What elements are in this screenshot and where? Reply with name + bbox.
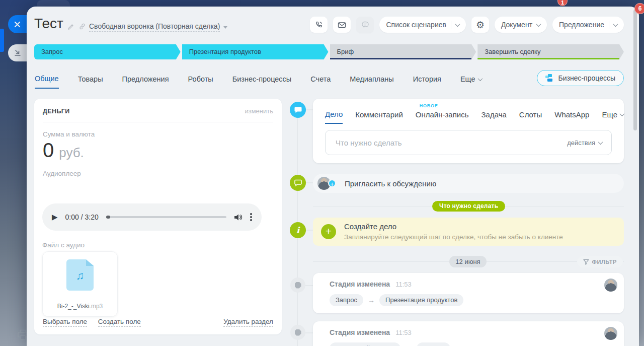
volume-icon[interactable] xyxy=(234,214,243,221)
stage-from-badge: Запрос xyxy=(330,294,363,306)
file-name: Bi-2_-_Viski xyxy=(57,303,90,310)
funnel-selector-label: Свободная воронка (Повторная сделка) xyxy=(89,22,220,32)
tab-eshche[interactable]: Еще xyxy=(460,75,482,89)
deal-tabs: Общие Товары Предложения Роботы Бизнес-п… xyxy=(35,75,482,89)
collapse-icon xyxy=(14,49,22,57)
separator xyxy=(609,21,609,29)
tab-tovary[interactable]: Товары xyxy=(78,75,103,89)
audio-file-tile[interactable]: ♫ Bi-2_-_Viski.mp3 xyxy=(42,251,118,317)
timeline-entry: Стадия изменена 11:53 Первичный контакт … xyxy=(313,321,624,346)
email-button[interactable] xyxy=(333,17,351,33)
select-field-link[interactable]: Выбрать поле xyxy=(43,318,87,327)
timeline-tab-sloty[interactable]: Слоты xyxy=(519,110,542,124)
currency-label: руб. xyxy=(59,145,84,161)
notification-badge: 6 xyxy=(634,3,644,14)
entry-title: Стадия изменена xyxy=(330,280,390,288)
stage-zapros[interactable]: Запрос xyxy=(34,44,181,59)
scenario-list-dropdown[interactable]: Список сценариев xyxy=(379,17,465,33)
timeline-connector xyxy=(305,109,313,110)
mail-icon xyxy=(338,21,346,29)
close-slider-button[interactable] xyxy=(8,15,27,33)
copy-link-button[interactable] xyxy=(78,23,86,30)
stage-to-badge: Презентация продуктов xyxy=(379,294,463,306)
tab-biznes-processy[interactable]: Бизнес-процессы xyxy=(232,75,292,89)
scrollbar[interactable] xyxy=(633,10,637,130)
stage-prezentaciya[interactable]: Презентация продуктов xyxy=(182,44,329,59)
invite-to-discussion-bar[interactable]: + Пригласить к обсуждению xyxy=(313,174,624,193)
add-activity-button[interactable]: + xyxy=(321,224,336,239)
stage-from-badge: Первичный контакт xyxy=(330,342,400,346)
timeline-tab-whatsapp[interactable]: WhatsApp xyxy=(554,110,589,124)
timeline-tab-onlayn-zapis-label: Онлайн-запись xyxy=(416,110,469,119)
funnel-selector[interactable]: Свободная воронка (Повторная сделка) xyxy=(89,22,227,32)
timeline-tab-onlayn-zapis[interactable]: НОВОЕ Онлайн-запись xyxy=(416,110,469,124)
info-marker: i xyxy=(290,222,306,238)
tab-predlozheniya[interactable]: Предложения xyxy=(122,75,169,89)
settings-button[interactable]: ⚙ xyxy=(471,17,489,33)
chat-bubble-icon xyxy=(294,106,302,113)
filter-label: ФИЛЬТР xyxy=(592,259,617,265)
stage-brif[interactable]: Бриф xyxy=(330,44,476,59)
new-badge: НОВОЕ xyxy=(420,103,438,108)
collapse-slider-button[interactable] xyxy=(8,44,27,61)
header-actions: Список сценариев ⚙ Документ Предложение xyxy=(310,17,624,33)
edit-section-link[interactable]: изменить xyxy=(245,107,273,115)
call-button[interactable] xyxy=(310,17,328,33)
actions-label: действия xyxy=(567,139,595,147)
folded-corner xyxy=(86,259,94,266)
hint-text: Запланируйте следующий шаг по сделке, чт… xyxy=(344,233,563,241)
business-process-button[interactable]: Бизнес-процессы xyxy=(537,70,624,86)
filter-button[interactable]: ФИЛЬТР xyxy=(577,256,623,267)
actions-dropdown[interactable]: действия xyxy=(567,130,602,155)
audio-player-label: Аудиоплеер xyxy=(43,170,273,177)
business-process-label: Бизнес-процессы xyxy=(558,74,615,82)
audio-seek-slider[interactable] xyxy=(106,216,226,218)
business-process-icon xyxy=(545,74,554,82)
file-extension: .mp3 xyxy=(90,303,103,310)
gear-icon: ⚙ xyxy=(476,20,485,30)
funnel-filter-icon xyxy=(583,259,589,265)
music-note-icon: ♫ xyxy=(66,269,94,283)
timeline-entry: Стадия изменена 11:53 Запрос → Презентац… xyxy=(313,273,624,313)
document-dropdown[interactable]: Документ xyxy=(495,17,547,33)
offer-dropdown[interactable]: Предложение xyxy=(552,17,624,33)
chat-button[interactable] xyxy=(356,17,374,33)
audio-player: ▶ 0:00 / 3:20 xyxy=(42,203,262,231)
octagon-icon xyxy=(295,329,301,336)
timeline-connector xyxy=(305,182,313,183)
edit-title-button[interactable] xyxy=(67,23,74,30)
tab-istoriya[interactable]: История xyxy=(413,75,441,89)
hint-title: Создайте дело xyxy=(344,222,396,231)
stage-zavershit[interactable]: Завершить сделку xyxy=(477,44,624,59)
deal-stage-bar: Запрос Презентация продуктов Бриф Заверш… xyxy=(34,44,624,59)
tab-obshchie[interactable]: Общие xyxy=(35,75,59,89)
audio-menu-icon[interactable] xyxy=(250,216,252,218)
create-field-link[interactable]: Создать поле xyxy=(98,318,141,327)
scenario-list-label: Список сценариев xyxy=(386,21,446,29)
chevron-down-icon xyxy=(620,111,625,116)
todo-hint-badge: Что нужно сделать xyxy=(432,201,505,212)
notification-badge: 1 xyxy=(557,0,568,6)
timeline-tabs: Дело Комментарий НОВОЕ Онлайн-запись Зад… xyxy=(325,110,624,124)
timeline-tab-eshche[interactable]: Еще xyxy=(602,110,624,124)
pencil-icon xyxy=(67,23,74,30)
entry-time: 11:53 xyxy=(395,281,412,288)
amount-field-label: Сумма и валюта xyxy=(43,130,273,138)
tab-mediaplany[interactable]: Медиапланы xyxy=(350,75,393,89)
timeline-tab-zadacha[interactable]: Задача xyxy=(481,110,507,124)
delete-section-link[interactable]: Удалить раздел xyxy=(223,318,273,327)
background-blue-accent xyxy=(0,29,4,52)
chevron-down-icon xyxy=(455,22,460,27)
play-icon[interactable]: ▶ xyxy=(52,213,58,222)
activity-marker xyxy=(290,102,306,118)
tab-roboty[interactable]: Роботы xyxy=(188,75,213,89)
dropdown-triangle-icon xyxy=(223,26,227,29)
tab-scheta[interactable]: Счета xyxy=(310,75,331,89)
document-label: Документ xyxy=(501,21,532,29)
timeline-tab-kommentariy[interactable]: Комментарий xyxy=(355,110,403,124)
timeline-tab-delo[interactable]: Дело xyxy=(325,110,343,124)
offer-label: Предложение xyxy=(559,21,604,29)
audio-file-icon: ♫ xyxy=(66,259,94,291)
todo-input-box: действия xyxy=(325,130,612,155)
phone-icon xyxy=(315,21,323,29)
